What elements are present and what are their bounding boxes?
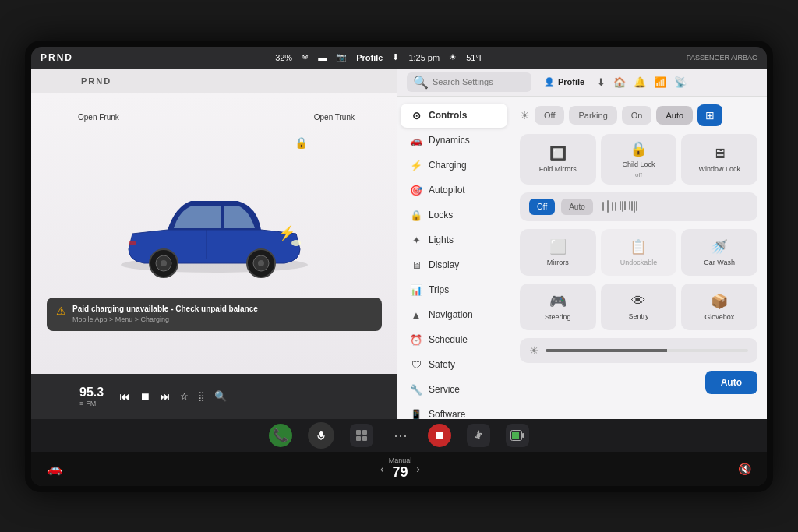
window-lock-card[interactable]: 🖥 Window Lock — [681, 134, 757, 185]
headlight-on-button[interactable]: On — [622, 106, 652, 125]
charging-menu-icon: ⚡ — [410, 160, 422, 171]
top-nav: 🔍 👤 Profile ⬇ 🏠 🔔 📶 📡 — [397, 69, 767, 97]
headlight-parking-button[interactable]: Parking — [569, 106, 616, 125]
menu-item-schedule[interactable]: ⏰ Schedule — [401, 328, 507, 352]
svg-text:⚡: ⚡ — [278, 224, 296, 241]
glovebox-card[interactable]: 📦 Glovebox — [681, 284, 757, 330]
service-menu-label: Service — [429, 384, 460, 395]
menu-item-software[interactable]: 📱 Software — [401, 403, 507, 419]
status-bar: PRND 32% ❄ ▬ 📷 Profile ⬇ 1:25 pm ☀ 51°F … — [31, 47, 767, 69]
volume-mute-icon[interactable]: 🔇 — [738, 463, 751, 475]
wiper-speed-5[interactable] — [629, 201, 637, 213]
trips-menu-label: Trips — [429, 284, 449, 295]
svg-point-8 — [129, 241, 136, 245]
prev-track-button[interactable]: ⏮ — [119, 390, 130, 403]
brightness-control: ☀ — [520, 338, 757, 363]
sentry-card[interactable]: 👁 Sentry — [601, 284, 677, 330]
search-media-icon[interactable]: 🔍 — [214, 390, 227, 402]
right-panel: 🔍 👤 Profile ⬇ 🏠 🔔 📶 📡 — [397, 69, 767, 419]
phone-icon[interactable]: 📞 — [269, 424, 292, 447]
battery-percentage: 32% — [275, 53, 292, 62]
next-track-button[interactable]: ⏭ — [160, 390, 171, 403]
menu-item-dynamics[interactable]: 🚗 Dynamics — [401, 129, 507, 153]
wiper-auto-button[interactable]: Auto — [561, 199, 593, 215]
gear-value: 79 — [392, 464, 408, 481]
auto-button[interactable]: Auto — [705, 371, 757, 394]
radio-station: 95.3 — [79, 386, 104, 400]
controls-icon-grid-1: 🔲 Fold Mirrors 🔒 Child Lock off 🖥 Window — [520, 134, 757, 185]
media-player: 95.3 ≡ FM ⏮ ⏹ ⏭ ☆ ⣿ 🔍 — [31, 374, 397, 419]
right-chevron[interactable]: › — [416, 463, 420, 475]
profile-nav-label: Profile — [558, 77, 584, 86]
headlight-off-button[interactable]: Off — [535, 106, 564, 125]
status-right: PASSENGER AIRBAG — [687, 54, 757, 62]
menu-item-safety[interactable]: 🛡 Safety — [401, 353, 507, 377]
mirrors-card[interactable]: ⬜ Mirrors — [520, 229, 596, 276]
bluetooth-nav-icon[interactable]: 📶 — [654, 76, 666, 88]
fold-mirrors-card[interactable]: 🔲 Fold Mirrors — [520, 134, 596, 185]
steering-card[interactable]: 🎮 Steering — [520, 284, 596, 330]
display-menu-label: Display — [429, 259, 459, 270]
bottom-bar: 🚗 ‹ Manual 79 › 🔇 — [31, 452, 767, 486]
software-menu-label: Software — [429, 409, 465, 419]
screen-bezel: PRND 32% ❄ ▬ 📷 Profile ⬇ 1:25 pm ☀ 51°F … — [25, 41, 773, 492]
wiper-speed-4[interactable] — [620, 201, 626, 212]
gear-mode-label: Manual — [389, 456, 412, 464]
wiper-speed-1[interactable] — [602, 202, 604, 211]
menu-item-charging[interactable]: ⚡ Charging — [401, 153, 507, 178]
controls-icon-grid-3: 🎮 Steering 👁 Sentry 📦 Glovebox — [520, 284, 757, 330]
alert-warning-icon: ⚠ — [56, 305, 66, 317]
record-icon[interactable]: ⏺ — [428, 424, 451, 447]
temp-display: 51°F — [466, 53, 484, 62]
menu-item-controls[interactable]: ⊙ Controls — [401, 104, 507, 128]
car-wash-card[interactable]: 🚿 Car Wash — [681, 229, 757, 276]
mirrors-icon: ⬜ — [549, 238, 567, 255]
search-icon: 🔍 — [413, 75, 429, 90]
stop-button[interactable]: ⏹ — [139, 390, 150, 403]
open-frunk-label[interactable]: Open Frunk — [78, 113, 119, 122]
more-options-icon[interactable]: ⋯ — [389, 424, 412, 447]
gear-indicator: Manual 79 — [389, 456, 412, 481]
menu-item-locks[interactable]: 🔒 Locks — [401, 203, 507, 227]
media-controls: ⏮ ⏹ ⏭ ☆ ⣿ 🔍 — [119, 390, 227, 403]
prnd-display: PRND — [41, 52, 73, 63]
download-nav-icon[interactable]: ⬇ — [597, 76, 606, 88]
menu-item-lights[interactable]: ✦ Lights — [401, 228, 507, 252]
brightness-slider[interactable] — [546, 349, 748, 352]
favorite-button[interactable]: ☆ — [180, 391, 189, 402]
undockable-card[interactable]: 📋 Undockable — [601, 229, 677, 276]
battery-status-icon[interactable] — [506, 424, 529, 447]
radio-info: 95.3 ≡ FM — [79, 386, 104, 407]
menu-item-navigation[interactable]: ▲ Navigation — [401, 303, 507, 327]
safety-menu-label: Safety — [429, 359, 455, 370]
menu-item-autopilot[interactable]: 🎯 Autopilot — [401, 178, 507, 203]
headlight-auto-button[interactable]: Auto — [656, 106, 693, 125]
open-trunk-label[interactable]: Open Trunk — [314, 113, 355, 122]
menu-item-display[interactable]: 🖥 Display — [401, 253, 507, 277]
search-input[interactable] — [433, 77, 525, 86]
child-lock-card[interactable]: 🔒 Child Lock off — [601, 134, 677, 185]
profile-label-status: Profile — [356, 53, 383, 62]
svg-rect-13 — [356, 430, 361, 435]
bell-nav-icon[interactable]: 🔔 — [634, 76, 646, 88]
profile-nav-button[interactable]: 👤 Profile — [544, 77, 584, 87]
apps-icon[interactable] — [350, 424, 373, 447]
signal-nav-icon[interactable]: 📡 — [674, 76, 687, 88]
schedule-menu-label: Schedule — [429, 334, 468, 345]
search-box[interactable]: 🔍 — [407, 72, 531, 92]
passenger-airbag-label: PASSENGER AIRBAG — [687, 54, 757, 62]
headlight-icon-button[interactable]: ⊞ — [697, 104, 722, 126]
menu-item-trips[interactable]: 📊 Trips — [401, 278, 507, 302]
home-nav-icon[interactable]: 🏠 — [613, 76, 626, 88]
left-chevron[interactable]: ‹ — [380, 463, 384, 475]
microphone-icon[interactable] — [308, 422, 334, 449]
car-bottom-icon[interactable]: 🚗 — [47, 461, 62, 476]
controls-icon-grid-2: ⬜ Mirrors 📋 Undockable 🚿 Car Wash — [520, 229, 757, 276]
fan-icon[interactable] — [467, 424, 490, 447]
wiper-speed-3[interactable] — [612, 202, 616, 211]
wiper-off-button[interactable]: Off — [529, 199, 555, 215]
battery-bar-icon: ▬ — [318, 53, 327, 62]
headlight-controls: ☀ Off Parking On Auto ⊞ — [520, 104, 757, 126]
wiper-speed-2[interactable] — [607, 200, 609, 213]
menu-item-service[interactable]: 🔧 Service — [401, 378, 507, 402]
